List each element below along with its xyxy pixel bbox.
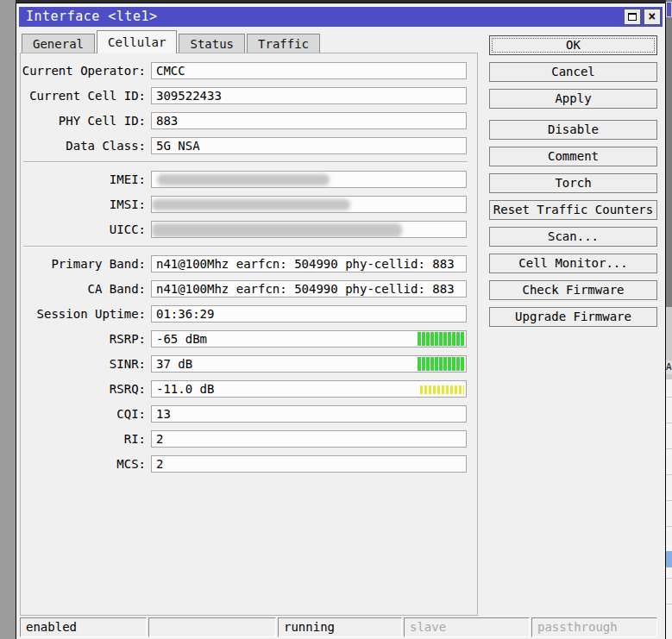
- cqi-input[interactable]: 13: [151, 405, 467, 423]
- field-row-imei: IMEI:: [16, 171, 478, 188]
- disable-button[interactable]: Disable: [489, 120, 657, 140]
- field-label: IMEI:: [16, 171, 146, 188]
- ri-input[interactable]: 2: [151, 430, 467, 448]
- field-row-cqi: CQI: 13: [16, 405, 478, 423]
- desktop: A Interface <lte1> × General Cellular: [0, 0, 672, 639]
- section-separator: [23, 246, 468, 247]
- rsrq-input[interactable]: -11.0 dB: [151, 380, 467, 398]
- close-button[interactable]: ×: [644, 9, 661, 25]
- scan-button[interactable]: Scan...: [489, 227, 657, 247]
- field-row-rsrq: RSRQ: -11.0 dB: [16, 380, 478, 398]
- field-label: IMSI:: [16, 196, 146, 213]
- background-edge-text: A: [666, 360, 672, 374]
- redaction-blur: [157, 174, 330, 185]
- field-row-current-cell-id: Current Cell ID: 309522433: [16, 87, 478, 104]
- field-row-session-uptime: Session Uptime: 01:36:29: [16, 305, 478, 323]
- uicc-input[interactable]: [151, 221, 467, 238]
- field-label: RSRP:: [16, 330, 146, 348]
- comment-button[interactable]: Comment: [489, 147, 657, 166]
- section-separator: [23, 161, 468, 163]
- phy-cell-id-input[interactable]: 883: [151, 112, 467, 129]
- maximize-button[interactable]: [624, 9, 641, 25]
- desktop-left-strip: [0, 0, 16, 639]
- imei-input[interactable]: [151, 171, 467, 188]
- status-enabled: enabled: [20, 617, 147, 637]
- ok-button[interactable]: OK: [489, 35, 657, 55]
- field-row-current-operator: Current Operator: CMCC: [16, 62, 478, 79]
- field-row-sinr: SINR: 37 dB: [16, 355, 478, 373]
- rsrp-input[interactable]: -65 dBm: [151, 330, 467, 348]
- mcs-input[interactable]: 2: [151, 455, 467, 473]
- title-bar[interactable]: Interface <lte1> ×: [19, 7, 663, 27]
- torch-button[interactable]: Torch: [489, 173, 657, 193]
- status-bar: enabled running slave passthrough: [16, 616, 667, 639]
- field-label: Primary Band:: [16, 255, 146, 273]
- upgrade-firmware-button[interactable]: Upgrade Firmware: [489, 307, 657, 327]
- field-label: Current Operator:: [16, 62, 146, 79]
- tab-bar: General Cellular Status Traffic: [22, 29, 322, 53]
- field-row-uicc: UICC:: [16, 221, 478, 238]
- status-running: running: [278, 617, 402, 637]
- field-row-rsrp: RSRP: -65 dBm: [16, 330, 478, 348]
- field-row-imsi: IMSI:: [16, 196, 478, 213]
- rsrp-signal-bar: [418, 332, 464, 346]
- sinr-signal-bar: [418, 357, 464, 371]
- apply-button[interactable]: Apply: [489, 89, 657, 109]
- status-passthrough: passthrough: [531, 617, 657, 637]
- ca-band-input[interactable]: n41@100Mhz earfcn: 504990 phy-cellid: 88…: [151, 280, 467, 298]
- imsi-input[interactable]: [151, 196, 467, 213]
- tab-cellular[interactable]: Cellular: [97, 30, 177, 53]
- check-firmware-button[interactable]: Check Firmware: [489, 280, 657, 300]
- field-row-ca-band: CA Band: n41@100Mhz earfcn: 504990 phy-c…: [16, 280, 478, 298]
- window-title: Interface <lte1>: [26, 9, 158, 24]
- field-label: SINR:: [16, 355, 146, 373]
- field-label: CQI:: [16, 405, 146, 423]
- interface-dialog-window: Interface <lte1> × General Cellular Stat…: [16, 3, 666, 639]
- field-label: UICC:: [16, 221, 146, 238]
- current-operator-input[interactable]: CMCC: [151, 62, 467, 79]
- tab-status[interactable]: Status: [179, 34, 245, 53]
- tab-traffic[interactable]: Traffic: [247, 34, 320, 53]
- redaction-blur: [152, 199, 350, 210]
- reset-traffic-counters-button[interactable]: Reset Traffic Counters: [489, 200, 657, 220]
- tab-general[interactable]: General: [22, 34, 95, 53]
- background-titlebar-fragment: [666, 2, 672, 17]
- close-icon: ×: [648, 10, 656, 23]
- sinr-input[interactable]: 37 dB: [151, 355, 467, 373]
- rsrq-signal-bar: [420, 385, 464, 394]
- field-row-ri: RI: 2: [16, 430, 478, 448]
- cell-monitor-button[interactable]: Cell Monitor...: [489, 254, 657, 273]
- background-window-edge: A: [666, 0, 672, 639]
- field-row-mcs: MCS: 2: [16, 455, 478, 473]
- maximize-icon: [628, 13, 637, 21]
- field-row-phy-cell-id: PHY Cell ID: 883: [16, 112, 478, 129]
- background-list-fragment: [666, 379, 672, 639]
- field-label: RSRQ:: [16, 380, 146, 398]
- field-label: Current Cell ID:: [16, 87, 146, 104]
- primary-band-input[interactable]: n41@100Mhz earfcn: 504990 phy-cellid: 88…: [151, 255, 467, 273]
- field-label: RI:: [16, 430, 146, 448]
- data-class-input[interactable]: 5G NSA: [151, 137, 467, 154]
- background-selected-row-fragment: [666, 551, 672, 567]
- field-row-data-class: Data Class: 5G NSA: [16, 137, 478, 154]
- field-label: Session Uptime:: [16, 305, 146, 323]
- field-label: MCS:: [16, 455, 146, 473]
- session-uptime-input[interactable]: 01:36:29: [151, 305, 467, 323]
- field-label: Data Class:: [16, 137, 146, 154]
- cancel-button[interactable]: Cancel: [489, 62, 657, 82]
- status-empty: [148, 617, 276, 637]
- current-cell-id-input[interactable]: 309522433: [151, 87, 467, 104]
- redaction-blur: [152, 223, 402, 237]
- field-row-primary-band: Primary Band: n41@100Mhz earfcn: 504990 …: [16, 255, 478, 273]
- status-slave: slave: [404, 617, 530, 637]
- field-label: PHY Cell ID:: [16, 112, 146, 129]
- field-label: CA Band:: [16, 280, 146, 298]
